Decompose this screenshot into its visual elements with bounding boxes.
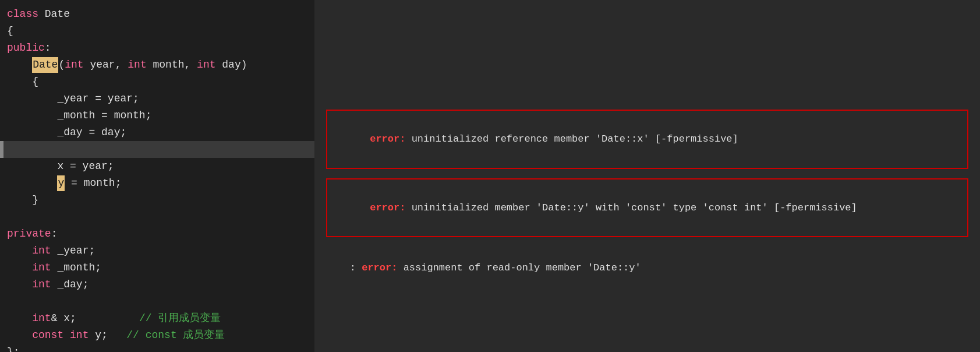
sub-error-label: error: — [362, 262, 397, 273]
code-line-4: Date(int year, int month, int day) — [0, 57, 314, 73]
error-line-1: error: uninitialized reference member 'D… — [334, 115, 960, 163]
code-line-10: x = year; — [0, 158, 314, 175]
line-indicator — [0, 141, 3, 158]
code-line-21: }; — [0, 344, 314, 352]
code-line-12: } — [0, 192, 314, 209]
code-line-7: _month = month; — [0, 107, 314, 124]
code-line-1: class Date — [0, 6, 314, 23]
code-line-18 — [0, 293, 314, 310]
code-line-20: const int y; // const 成员变量 — [0, 327, 314, 344]
error-panel: error: uninitialized reference member 'D… — [314, 0, 980, 352]
sub-error-text: assignment of read-only member 'Date::y' — [397, 262, 641, 273]
code-line-15: int _year; — [0, 242, 314, 259]
keyword-private: private — [7, 226, 51, 242]
code-line-11: y = month; — [0, 175, 314, 192]
error-text-1: uninitialized reference member 'Date::x'… — [405, 133, 738, 145]
error-text-2: uninitialized member 'Date::y' with 'con… — [405, 202, 857, 213]
code-line-2: { — [0, 23, 314, 40]
code-line-16: int _month; — [0, 259, 314, 276]
error-label-1: error: — [370, 133, 405, 145]
code-line-17: int _day; — [0, 276, 314, 293]
code-panel: class Date { public: Date(int year, int … — [0, 0, 314, 352]
code-line-9 — [0, 141, 314, 158]
code-line-13 — [0, 209, 314, 226]
sub-error-line: : error: assignment of read-only member … — [314, 242, 980, 294]
error-box-1: error: uninitialized reference member 'D… — [326, 110, 968, 169]
date-constructor-highlight: Date — [32, 57, 58, 73]
keyword-public: public — [7, 40, 45, 56]
code-line-5: { — [0, 73, 314, 90]
code-line-3: public: — [0, 40, 314, 57]
y-highlight: y — [57, 175, 65, 191]
error-label-2: error: — [370, 202, 405, 213]
code-line-8: _day = day; — [0, 124, 314, 141]
error-line-2: error: uninitialized member 'Date::y' wi… — [334, 184, 960, 232]
class-name-date: Date — [45, 6, 70, 22]
code-line-19: int& x; // 引用成员变量 — [0, 310, 314, 327]
code-line-6: _year = year; — [0, 90, 314, 107]
error-box-2: error: uninitialized member 'Date::y' wi… — [326, 178, 968, 238]
code-line-14: private: — [0, 226, 314, 242]
keyword-class: class — [7, 6, 45, 22]
